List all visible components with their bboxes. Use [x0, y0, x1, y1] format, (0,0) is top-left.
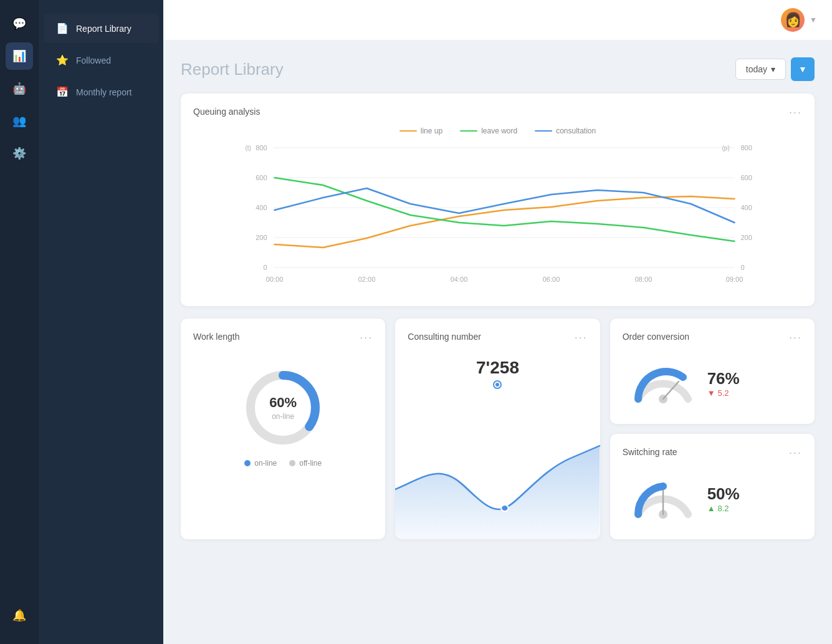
sidebar-item-followed[interactable]: ⭐ Followed [44, 46, 158, 75]
svg-text:0: 0 [263, 264, 267, 271]
switching-rate-delta: ▲ 8.2 [707, 504, 796, 513]
svg-text:04:00: 04:00 [451, 276, 468, 283]
queuing-analysis-card: Queuing analysis ··· line up leave word … [181, 94, 815, 306]
donut-wrap: 60% on-line on-line off-line [193, 352, 373, 474]
today-button[interactable]: today ▾ [735, 59, 786, 80]
avatar: 👩 [781, 8, 805, 32]
consulting-number-header: Consulting number ··· [408, 331, 587, 344]
queuing-analysis-menu[interactable]: ··· [789, 106, 802, 119]
followed-icon: ⭐ [56, 54, 69, 66]
switching-rate-menu[interactable]: ··· [789, 446, 802, 459]
bot-nav-icon[interactable]: 🤖 [6, 75, 33, 102]
queuing-analysis-title: Queuing analysis [193, 107, 260, 117]
svg-text:09:00: 09:00 [726, 276, 744, 283]
svg-text:(p): (p) [722, 145, 730, 151]
line-up-color [399, 130, 417, 132]
content-area: Report Library today ▾ ▼ Queuing analysi… [163, 40, 832, 644]
order-conversion-delta-value: 5.2 [718, 388, 729, 398]
today-chevron-icon: ▾ [771, 64, 775, 74]
work-length-card: Work length ··· 60% on-line [181, 319, 385, 539]
filter-icon: ▼ [798, 64, 807, 74]
svg-text:200: 200 [256, 234, 267, 241]
report-library-icon: 📄 [56, 22, 69, 34]
area-chart-svg [395, 440, 600, 539]
switching-rate-delta-value: 8.2 [718, 504, 729, 513]
monthly-report-icon: 📅 [56, 86, 69, 98]
followed-label: Followed [76, 55, 111, 65]
user-avatar-button[interactable]: 👩 ▼ [781, 8, 817, 32]
notification-nav-icon[interactable]: 🔔 [6, 602, 33, 629]
switching-rate-header: Switching rate ··· [623, 446, 802, 459]
legend-consultation-label: consultation [556, 127, 596, 135]
sidebar-item-monthly-report[interactable]: 📅 Monthly report [44, 77, 158, 107]
svg-text:00:00: 00:00 [266, 276, 284, 283]
switching-rate-gauge-svg [629, 477, 697, 521]
donut-percent: 60% [269, 395, 297, 411]
up-arrow-icon: ▲ [707, 504, 715, 513]
queuing-analysis-header: Queuing analysis ··· [193, 106, 802, 119]
page-header: Report Library today ▾ ▼ [181, 57, 815, 81]
order-conversion-title: Order conversion [623, 332, 689, 342]
legend-consultation: consultation [535, 127, 596, 135]
svg-text:02:00: 02:00 [358, 276, 376, 283]
chart-legend: line up leave word consultation [193, 127, 802, 135]
switching-rate-info: 50% ▲ 8.2 [707, 484, 796, 513]
svg-text:800: 800 [741, 144, 752, 151]
order-conversion-header: Order conversion ··· [623, 331, 802, 344]
page-title: Report Library [181, 60, 284, 79]
svg-text:200: 200 [741, 234, 752, 241]
down-arrow-icon: ▼ [707, 388, 715, 398]
consultation-color [535, 130, 552, 132]
donut-label: on-line [269, 412, 297, 421]
legend-leave-word-label: leave word [481, 127, 517, 135]
chat-nav-icon[interactable]: 💬 [6, 10, 33, 37]
nav-sidebar: 📄 Report Library ⭐ Followed 📅 Monthly re… [39, 0, 163, 644]
svg-text:800: 800 [256, 144, 267, 151]
main-area: 👩 ▼ Report Library today ▾ ▼ Queuing ana… [163, 0, 832, 644]
work-length-title: Work length [193, 332, 239, 342]
order-conversion-menu[interactable]: ··· [789, 331, 802, 344]
switching-rate-percent: 50% [707, 484, 796, 504]
order-conversion-info: 76% ▼ 5.2 [707, 369, 796, 398]
legend-line-up: line up [399, 127, 442, 135]
switching-rate-gauge-wrap: 50% ▲ 8.2 [623, 467, 802, 527]
svg-text:400: 400 [741, 204, 752, 211]
offline-dot [289, 460, 295, 466]
consulting-number-menu[interactable]: ··· [575, 331, 588, 344]
svg-text:(t): (t) [246, 145, 251, 151]
consulting-number-title: Consulting number [408, 332, 481, 342]
area-path [395, 446, 600, 539]
switching-rate-card: Switching rate ··· [610, 434, 815, 539]
leave-word-color [460, 130, 477, 132]
legend-leave-word: leave word [460, 127, 517, 135]
legend-line-up-label: line up [421, 127, 442, 135]
consultation-polyline [275, 188, 735, 223]
online-dot [244, 460, 251, 466]
donut-leg-offline: off-line [289, 459, 322, 468]
settings-nav-icon[interactable]: ⚙️ [6, 140, 33, 167]
area-dot [501, 505, 509, 511]
svg-text:0: 0 [741, 264, 745, 271]
svg-text:400: 400 [256, 204, 267, 211]
report-library-label: Report Library [76, 24, 131, 34]
order-conversion-delta: ▼ 5.2 [707, 388, 796, 398]
header-controls: today ▾ ▼ [735, 57, 815, 81]
order-conversion-card: Order conversion ··· [610, 319, 815, 424]
users-nav-icon[interactable]: 👥 [6, 107, 33, 135]
area-chart-wrap [395, 440, 600, 539]
filter-button[interactable]: ▼ [791, 57, 815, 81]
today-label: today [746, 64, 767, 74]
queuing-chart-svg: 800 600 400 200 0 800 600 400 200 0 (t) … [199, 142, 796, 291]
svg-text:600: 600 [256, 174, 267, 181]
offline-label: off-line [299, 459, 322, 468]
order-conversion-percent: 76% [707, 369, 796, 388]
svg-text:08:00: 08:00 [635, 276, 653, 283]
avatar-chevron-icon: ▼ [810, 16, 817, 24]
switching-rate-title: Switching rate [623, 447, 677, 457]
icon-sidebar: 💬 📊 🤖 👥 ⚙️ 🔔 [0, 0, 39, 644]
analytics-nav-icon[interactable]: 📊 [6, 42, 33, 70]
topbar: 👩 ▼ [163, 0, 832, 40]
consulting-number-value: 7'258 [408, 358, 587, 378]
sidebar-item-report-library[interactable]: 📄 Report Library [44, 14, 158, 43]
work-length-menu[interactable]: ··· [360, 331, 373, 344]
